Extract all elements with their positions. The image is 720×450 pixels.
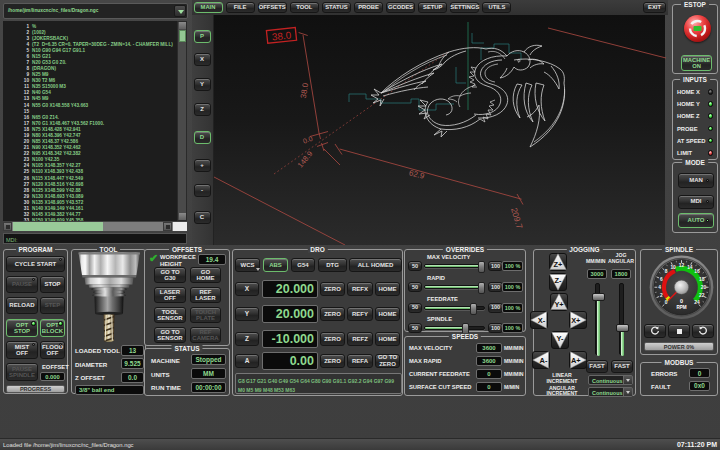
svg-text:12: 12 bbox=[679, 263, 685, 268]
svg-text:X-: X- bbox=[538, 316, 546, 325]
svg-text:Y+: Y+ bbox=[554, 300, 564, 309]
svg-text:Z-: Z- bbox=[554, 276, 562, 285]
svg-text:Z+: Z+ bbox=[553, 260, 563, 269]
svg-text:0: 0 bbox=[680, 298, 683, 304]
svg-text:18: 18 bbox=[699, 277, 705, 282]
svg-text:4: 4 bbox=[658, 285, 661, 290]
svg-text:38.0: 38.0 bbox=[299, 82, 310, 99]
svg-text:10: 10 bbox=[670, 265, 676, 270]
svg-text:X+: X+ bbox=[571, 316, 581, 325]
svg-text:62.9: 62.9 bbox=[408, 168, 426, 181]
svg-text:A+: A+ bbox=[570, 356, 580, 365]
svg-text:148.9: 148.9 bbox=[296, 149, 315, 169]
svg-text:14: 14 bbox=[687, 265, 693, 270]
svg-text:Y-: Y- bbox=[557, 334, 565, 343]
svg-text:20: 20 bbox=[701, 285, 707, 290]
svg-text:38.0: 38.0 bbox=[271, 29, 292, 42]
svg-text:16: 16 bbox=[694, 269, 700, 274]
svg-text:8: 8 bbox=[665, 269, 668, 274]
svg-text:RPM: RPM bbox=[676, 305, 686, 310]
svg-text:22: 22 bbox=[699, 293, 705, 298]
svg-text:A-: A- bbox=[540, 356, 548, 365]
svg-text:2: 2 bbox=[660, 293, 663, 298]
svg-text:6: 6 bbox=[660, 277, 663, 282]
svg-text:24: 24 bbox=[694, 300, 700, 305]
svg-text:209.7: 209.7 bbox=[509, 207, 525, 230]
svg-text:0: 0 bbox=[665, 300, 668, 305]
